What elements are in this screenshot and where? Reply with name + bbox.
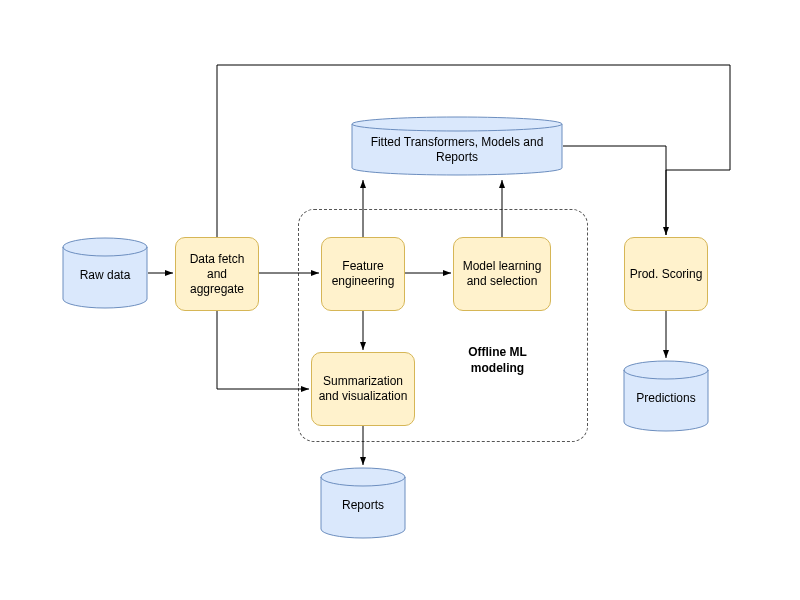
feature-engineering-process: Feature engineering bbox=[321, 237, 405, 311]
raw-data-db: Raw data bbox=[62, 237, 148, 309]
fitted-transformers-store: Fitted Transformers, Models and Reports bbox=[351, 116, 563, 176]
model-learning-process: Model learning and selection bbox=[453, 237, 551, 311]
predictions-db: Predictions bbox=[623, 360, 709, 432]
predictions-label: Predictions bbox=[623, 360, 709, 432]
reports-label: Reports bbox=[320, 467, 406, 539]
data-fetch-aggregate-process: Data fetch and aggregate bbox=[175, 237, 259, 311]
reports-db: Reports bbox=[320, 467, 406, 539]
prod-scoring-process: Prod. Scoring bbox=[624, 237, 708, 311]
fitted-transformers-label: Fitted Transformers, Models and Reports bbox=[351, 116, 563, 176]
summarization-visualization-process: Summarization and visualization bbox=[311, 352, 415, 426]
raw-data-label: Raw data bbox=[62, 237, 148, 309]
offline-ml-modeling-label: Offline ML modeling bbox=[445, 345, 550, 376]
